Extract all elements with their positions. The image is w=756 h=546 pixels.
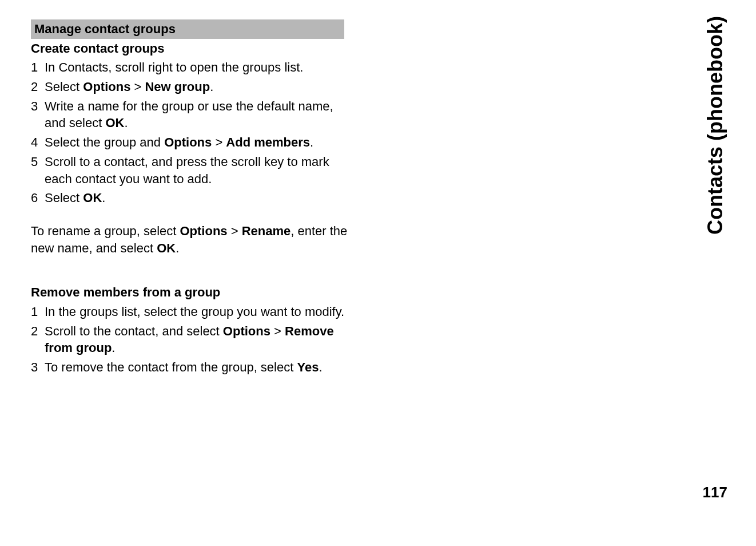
- list-number: 3: [31, 98, 45, 115]
- t: Write a name for the group or use the de…: [45, 99, 333, 130]
- t: To rename a group, select: [31, 224, 180, 238]
- b: OK: [157, 241, 176, 255]
- t: To remove the contact from the group, se…: [45, 360, 297, 374]
- b: Options: [180, 224, 227, 238]
- t: >: [228, 224, 242, 238]
- t: Scroll to the contact, and select: [45, 324, 223, 338]
- list-number: 5: [31, 153, 45, 171]
- b: Options: [164, 135, 212, 149]
- t: >: [270, 324, 285, 338]
- t: .: [319, 360, 322, 374]
- t: .: [176, 241, 179, 255]
- t: Select: [45, 80, 83, 94]
- rename-paragraph: To rename a group, select Options > Rena…: [31, 223, 351, 256]
- content-column: Manage contact groups Create contact gro…: [31, 19, 351, 376]
- remove-title: Remove members from a group: [31, 284, 351, 301]
- list-number: 1: [31, 303, 45, 321]
- t: .: [102, 191, 105, 205]
- list-item: 3 To remove the contact from the group, …: [31, 359, 351, 376]
- list-item: 4 Select the group and Options > Add mem…: [31, 134, 351, 151]
- t: .: [124, 116, 128, 130]
- list-item: 3 Write a name for the group or use the …: [31, 98, 351, 132]
- t: Select: [45, 191, 83, 205]
- b: Add members: [226, 135, 310, 149]
- t: Select the group and: [45, 135, 164, 149]
- list-body: In Contacts, scroll right to open the gr…: [45, 59, 351, 76]
- page: Manage contact groups Create contact gro…: [0, 0, 756, 546]
- list-item: 2 Select Options > New group.: [31, 78, 351, 96]
- list-body: Write a name for the group or use the de…: [45, 98, 351, 132]
- list-body: Scroll to the contact, and select Option…: [45, 323, 351, 357]
- b: Options: [83, 80, 130, 94]
- t: .: [210, 80, 213, 94]
- t: >: [212, 135, 226, 149]
- b: OK: [105, 116, 124, 130]
- t: .: [310, 135, 313, 149]
- remove-steps: 1 In the groups list, select the group y…: [31, 303, 351, 376]
- chapter-title: Contacts (phonebook): [703, 16, 727, 235]
- b: Yes: [297, 360, 319, 374]
- list-body: To remove the contact from the group, se…: [45, 359, 351, 376]
- create-title: Create contact groups: [31, 40, 351, 57]
- b: New group: [145, 80, 210, 94]
- list-item: 5 Scroll to a contact, and press the scr…: [31, 153, 351, 187]
- list-item: 1 In Contacts, scroll right to open the …: [31, 59, 351, 76]
- list-body: Scroll to a contact, and press the scrol…: [45, 153, 351, 187]
- list-number: 2: [31, 323, 45, 340]
- t: >: [130, 80, 145, 94]
- list-body: Select OK.: [45, 189, 351, 207]
- list-item: 1 In the groups list, select the group y…: [31, 303, 351, 321]
- list-item: 2 Scroll to the contact, and select Opti…: [31, 323, 351, 357]
- list-number: 2: [31, 78, 45, 96]
- b: Options: [223, 324, 270, 338]
- list-body: In the groups list, select the group you…: [45, 303, 351, 321]
- list-number: 1: [31, 59, 45, 76]
- section-header: Manage contact groups: [31, 19, 344, 39]
- list-number: 3: [31, 359, 45, 376]
- list-item: 6 Select OK.: [31, 189, 351, 207]
- list-number: 6: [31, 189, 45, 207]
- list-body: Select the group and Options > Add membe…: [45, 134, 351, 151]
- create-steps: 1 In Contacts, scroll right to open the …: [31, 59, 351, 207]
- list-body: Select Options > New group.: [45, 78, 351, 96]
- b: OK: [83, 191, 102, 205]
- b: Rename: [242, 224, 291, 238]
- page-number: 117: [703, 484, 727, 501]
- t: .: [112, 341, 115, 355]
- list-number: 4: [31, 134, 45, 151]
